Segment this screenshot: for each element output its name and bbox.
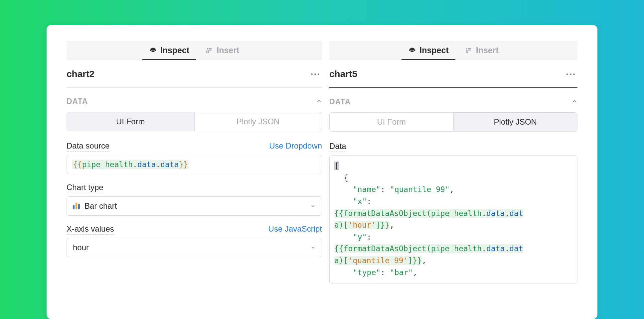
more-menu-button[interactable]: [308, 71, 322, 78]
layers-icon: [149, 47, 157, 54]
panel-header-left: chart2: [67, 60, 322, 88]
toggle-ui-form[interactable]: UI Form: [67, 112, 195, 131]
data-source-input[interactable]: {{pipe_health.data.data}}: [67, 155, 322, 174]
use-javascript-link[interactable]: Use JavaScript: [268, 224, 322, 234]
tab-inspect-left[interactable]: Inspect: [149, 41, 190, 60]
field-data: Data: [329, 142, 577, 152]
field-label: Chart type: [67, 183, 103, 193]
plotly-json-editor[interactable]: [ {"name": "quantile_99","x": {{formatDa…: [329, 155, 577, 283]
right-panel: Inspect Insert chart5 DATA: [322, 25, 597, 319]
tab-bar-right: Inspect Insert: [329, 41, 577, 60]
tab-label: Inspect: [160, 46, 190, 55]
toggle-plotly-json[interactable]: Plotly JSON: [453, 113, 577, 131]
toggle-plotly-json[interactable]: Plotly JSON: [195, 112, 322, 131]
panel-header-right: chart5: [329, 60, 577, 88]
field-chart-type: Chart type: [67, 183, 322, 193]
section-title: DATA: [67, 97, 88, 106]
tab-label: Insert: [217, 46, 239, 55]
tab-insert-left[interactable]: Insert: [205, 41, 239, 60]
chevron-down-icon: [310, 243, 316, 252]
toggle-ui-form[interactable]: UI Form: [330, 113, 453, 131]
insert-icon: [465, 47, 473, 54]
xaxis-select[interactable]: hour: [67, 238, 322, 257]
use-dropdown-link[interactable]: Use Dropdown: [269, 141, 322, 151]
more-menu-button[interactable]: [564, 71, 577, 78]
field-label: Data: [329, 142, 346, 152]
select-value: Bar chart: [84, 201, 117, 211]
data-mode-toggle: UI Form Plotly JSON: [67, 112, 322, 131]
field-data-source: Data source Use Dropdown: [67, 141, 322, 152]
tab-insert-right[interactable]: Insert: [465, 41, 499, 60]
panel-title[interactable]: chart5: [329, 69, 357, 79]
section-header-data[interactable]: DATA: [329, 88, 577, 112]
insert-icon: [205, 47, 213, 54]
bar-chart-icon: [73, 203, 80, 209]
field-label: X-axis values: [67, 224, 114, 235]
panel-title[interactable]: chart2: [67, 69, 94, 79]
chevron-up-icon[interactable]: [316, 98, 322, 105]
section-header-data[interactable]: DATA: [67, 88, 322, 112]
tab-bar-left: Inspect Insert: [67, 41, 322, 60]
select-value: hour: [73, 243, 89, 252]
chevron-up-icon[interactable]: [571, 98, 577, 106]
tab-inspect-right[interactable]: Inspect: [408, 41, 449, 60]
left-panel: Inspect Insert chart2 DATA: [47, 25, 322, 319]
chart-type-select[interactable]: Bar chart: [67, 196, 322, 216]
layers-icon: [408, 47, 416, 54]
app-window: Inspect Insert chart2 DATA: [47, 25, 597, 319]
section-title: DATA: [329, 97, 351, 106]
tab-label: Inspect: [419, 46, 449, 55]
field-label: Data source: [67, 141, 109, 152]
data-mode-toggle: UI Form Plotly JSON: [329, 112, 577, 132]
tab-label: Insert: [476, 46, 499, 55]
chevron-down-icon: [310, 201, 316, 211]
field-xaxis: X-axis values Use JavaScript: [67, 224, 322, 235]
